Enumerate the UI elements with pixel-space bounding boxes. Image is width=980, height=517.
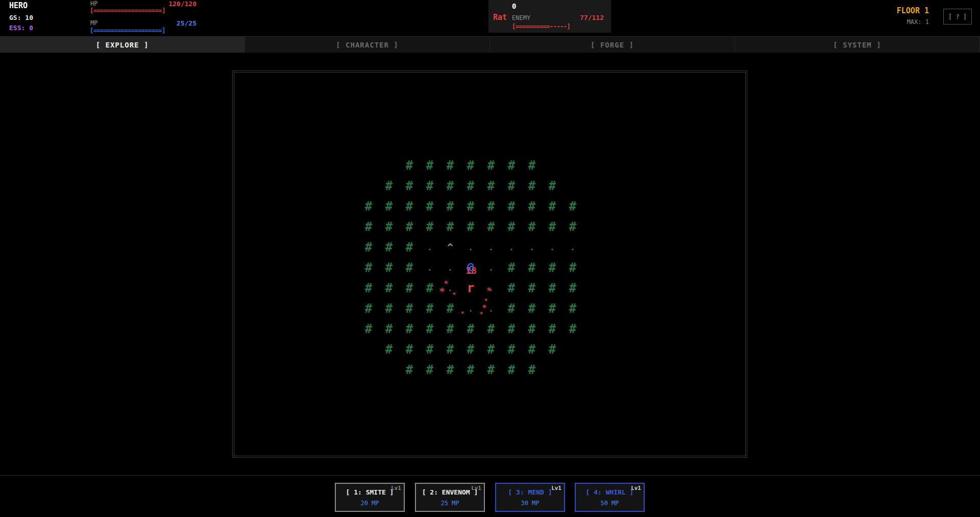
wall-tile: # xyxy=(420,319,440,339)
skill-button-whirl[interactable]: [ 4: WHIRL ] Lv1 50 MP xyxy=(575,483,645,512)
skill-bar-divider xyxy=(0,475,980,476)
floor-tile: . xyxy=(542,237,562,257)
tab-system[interactable]: [ SYSTEM ] xyxy=(735,37,980,53)
floor-tile: . xyxy=(562,237,583,257)
wall-tile: # xyxy=(522,217,542,237)
wall-tile: # xyxy=(562,278,583,298)
wall-tile: # xyxy=(440,360,460,380)
wall-tile: # xyxy=(542,298,562,319)
wall-tile: # xyxy=(501,155,522,176)
wall-tile: # xyxy=(399,176,420,196)
wall-tile: # xyxy=(399,339,420,360)
skill-mp-cost: 50 MP xyxy=(576,500,644,507)
wall-tile: # xyxy=(501,278,522,298)
hit-effect-star: * xyxy=(439,285,445,297)
enemy-name: Rat xyxy=(493,13,507,22)
rat-enemy: r xyxy=(460,278,481,298)
enemy-type-label: ENEMY xyxy=(512,14,530,21)
wall-tile: # xyxy=(399,278,420,298)
wall-tile: # xyxy=(522,257,542,278)
hero-name: HERO xyxy=(9,1,28,10)
skill-mp-cost: 30 MP xyxy=(496,500,564,507)
essence-stat: ESS: 0 xyxy=(9,24,33,32)
wall-tile: # xyxy=(481,339,501,360)
gold-stat: GS: 10 xyxy=(9,14,33,21)
tab-character[interactable]: [ CHARACTER ] xyxy=(245,37,490,53)
hp-label: HP xyxy=(90,0,97,7)
wall-tile: # xyxy=(522,339,542,360)
wall-tile: # xyxy=(542,176,562,196)
wall-tile: # xyxy=(501,196,522,217)
floor-tile: . xyxy=(481,257,501,278)
wall-tile: # xyxy=(358,319,379,339)
wall-tile: # xyxy=(542,339,562,360)
wall-tile: # xyxy=(420,155,440,176)
wall-tile: # xyxy=(358,257,379,278)
wall-tile: # xyxy=(501,360,522,380)
wall-tile: # xyxy=(358,196,379,217)
wall-tile: # xyxy=(542,196,562,217)
hp-value: 120/120 xyxy=(153,0,197,8)
wall-tile: # xyxy=(460,217,481,237)
wall-tile: # xyxy=(379,278,399,298)
wall-tile: # xyxy=(379,176,399,196)
wall-tile: # xyxy=(562,217,583,237)
wall-tile: # xyxy=(501,176,522,196)
enemy-hp-value: 77/112 xyxy=(580,14,604,21)
tab-bar: [ EXPLORE ] [ CHARACTER ] [ FORGE ] [ SY… xyxy=(0,36,980,53)
hit-effect-star: * xyxy=(479,311,483,318)
wall-tile: # xyxy=(481,176,501,196)
mp-label: MP xyxy=(90,19,97,27)
mp-value: 25/25 xyxy=(153,19,197,27)
wall-tile: # xyxy=(440,217,460,237)
wall-tile: # xyxy=(562,196,583,217)
wall-tile: # xyxy=(522,298,542,319)
wall-tile: # xyxy=(358,237,379,257)
wall-tile: # xyxy=(562,298,583,319)
wall-tile: # xyxy=(481,196,501,217)
wall-tile: # xyxy=(440,319,460,339)
hit-effect-star: * xyxy=(486,286,492,296)
wall-tile: # xyxy=(501,339,522,360)
map-viewport-inner-border: ########################################… xyxy=(234,72,746,456)
wall-tile: # xyxy=(420,278,440,298)
floor-tile: . xyxy=(440,257,460,278)
help-button[interactable]: [ ? ] xyxy=(943,9,972,25)
wall-tile: # xyxy=(522,278,542,298)
hit-effect-star: * xyxy=(452,291,456,298)
wall-tile: # xyxy=(481,217,501,237)
skill-button-envenom[interactable]: [ 2: ENVENOM ] Lv1 25 MP xyxy=(415,483,485,512)
wall-tile: # xyxy=(379,319,399,339)
wall-tile: # xyxy=(460,319,481,339)
wall-tile: # xyxy=(420,196,440,217)
wall-tile: # xyxy=(379,339,399,360)
skill-button-mend[interactable]: [ 3: MEND ] Lv1 30 MP xyxy=(495,483,565,512)
wall-tile: # xyxy=(399,257,420,278)
wall-tile: # xyxy=(420,339,440,360)
floor-tile: . xyxy=(460,237,481,257)
wall-tile: # xyxy=(501,298,522,319)
wall-tile: # xyxy=(562,319,583,339)
wall-tile: # xyxy=(399,155,420,176)
wall-tile: # xyxy=(542,278,562,298)
skill-level-badge: Lv1 xyxy=(551,485,561,491)
skill-button-smite[interactable]: [ 1: SMITE ] Lv1 20 MP xyxy=(335,483,405,512)
wall-tile: # xyxy=(522,360,542,380)
skill-level-badge: Lv1 xyxy=(631,485,641,491)
wall-tile: # xyxy=(522,196,542,217)
tab-explore[interactable]: [ EXPLORE ] xyxy=(0,37,245,53)
damage-popup: 18 xyxy=(465,265,477,276)
wall-tile: # xyxy=(399,298,420,319)
wall-tile: # xyxy=(542,319,562,339)
wall-tile: # xyxy=(460,155,481,176)
wall-tile: # xyxy=(501,217,522,237)
wall-tile: # xyxy=(379,257,399,278)
tab-forge[interactable]: [ FORGE ] xyxy=(490,37,735,53)
floor-tile: . xyxy=(420,257,440,278)
floor-label: FLOOR 1 xyxy=(847,6,929,15)
wall-tile: # xyxy=(358,278,379,298)
wall-tile: # xyxy=(379,217,399,237)
wall-tile: # xyxy=(420,217,440,237)
enemy-counter: 0 xyxy=(512,2,516,10)
wall-tile: # xyxy=(420,298,440,319)
